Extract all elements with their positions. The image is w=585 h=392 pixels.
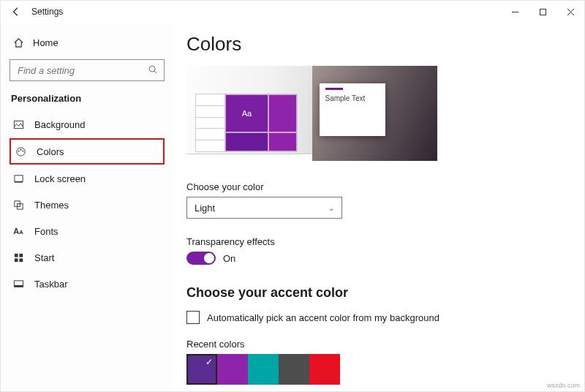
close-icon (567, 8, 575, 16)
window-controls (501, 1, 584, 23)
lock-icon (12, 173, 24, 184)
sample-text: Sample Text (325, 94, 366, 102)
preview-area: Aa Sample Text (186, 66, 437, 161)
chevron-down-icon: ⌄ (328, 204, 334, 212)
palette-icon (15, 146, 26, 157)
sidebar-item-label: Taskbar (34, 279, 68, 290)
choose-color-label: Choose your color (186, 181, 584, 192)
sidebar-item-fonts[interactable]: AA Fonts (10, 218, 165, 244)
annotation-highlight: Colors (10, 138, 165, 165)
color-swatch[interactable] (309, 354, 340, 385)
app-title: Settings (31, 7, 63, 17)
sidebar-item-lock-screen[interactable]: Lock screen (10, 165, 165, 192)
color-swatch[interactable] (248, 354, 279, 385)
minimize-icon (511, 8, 519, 16)
section-title: Personalization (10, 93, 165, 104)
search-input[interactable] (16, 64, 140, 77)
home-label: Home (33, 37, 58, 48)
accent-heading: Choose your accent color (186, 285, 584, 301)
themes-icon (12, 200, 24, 211)
sidebar-item-taskbar[interactable]: Taskbar (10, 271, 165, 297)
maximize-button[interactable] (529, 1, 556, 23)
choose-color-dropdown[interactable]: Light ⌄ (186, 197, 342, 219)
image-icon (12, 119, 24, 130)
svg-rect-15 (14, 258, 18, 262)
color-swatch[interactable] (186, 354, 217, 385)
close-button[interactable] (556, 1, 584, 23)
search-box[interactable] (10, 59, 165, 81)
sidebar-item-background[interactable]: Background (10, 111, 165, 137)
maximize-icon (539, 8, 547, 16)
start-icon (12, 252, 24, 263)
transparency-state: On (223, 253, 235, 264)
svg-point-5 (16, 147, 24, 155)
preview-sample-card: Sample Text (320, 83, 385, 136)
svg-point-7 (20, 148, 21, 150)
dropdown-value: Light (195, 203, 215, 214)
sidebar-item-label: Themes (34, 200, 69, 211)
preview-start-tiles: Aa (195, 94, 298, 152)
auto-pick-label: Automatically pick an accent color from … (207, 312, 439, 323)
svg-point-8 (22, 150, 23, 151)
svg-line-3 (154, 71, 156, 73)
svg-point-2 (149, 66, 155, 72)
sidebar-item-label: Background (34, 119, 85, 130)
sidebar-item-label: Start (34, 252, 54, 263)
preview-desktop: Aa (186, 66, 312, 161)
back-button[interactable] (5, 1, 27, 23)
sidebar-item-label: Fonts (34, 226, 58, 237)
main-panel: Colors Aa Sample Text (173, 23, 584, 391)
titlebar: Settings (1, 1, 584, 23)
color-swatch[interactable] (279, 354, 309, 385)
sidebar-item-start[interactable]: Start (10, 244, 165, 271)
transparency-toggle[interactable] (186, 252, 216, 265)
svg-rect-18 (14, 284, 23, 286)
recent-colors (186, 354, 584, 385)
watermark: wsxdn.com (547, 382, 580, 389)
svg-rect-13 (14, 253, 18, 257)
sidebar-item-colors[interactable]: Colors (12, 140, 162, 162)
svg-rect-10 (14, 181, 22, 182)
preview-window: Sample Text (312, 66, 438, 161)
svg-rect-14 (19, 253, 23, 257)
home-icon (12, 37, 24, 48)
sidebar-item-label: Lock screen (34, 173, 86, 184)
transparency-label: Transparency effects (186, 236, 584, 247)
recent-colors-label: Recent colors (186, 339, 584, 350)
color-swatch[interactable] (217, 354, 248, 385)
preview-tile-text: Aa (225, 94, 268, 132)
minimize-button[interactable] (501, 1, 529, 23)
svg-point-6 (18, 150, 19, 151)
sidebar-item-label: Colors (37, 146, 64, 157)
sidebar-item-home[interactable]: Home (10, 30, 165, 55)
sidebar: Home Personalization Background Colors L… (1, 23, 173, 391)
sidebar-item-themes[interactable]: Themes (10, 192, 165, 218)
svg-rect-16 (19, 258, 23, 262)
page-title: Colors (186, 33, 584, 56)
fonts-icon: AA (12, 227, 24, 235)
auto-pick-checkbox[interactable] (186, 311, 200, 324)
svg-rect-9 (14, 175, 22, 181)
taskbar-icon (12, 279, 24, 290)
search-icon (148, 64, 158, 77)
arrow-left-icon (11, 7, 21, 17)
svg-rect-1 (540, 9, 546, 15)
